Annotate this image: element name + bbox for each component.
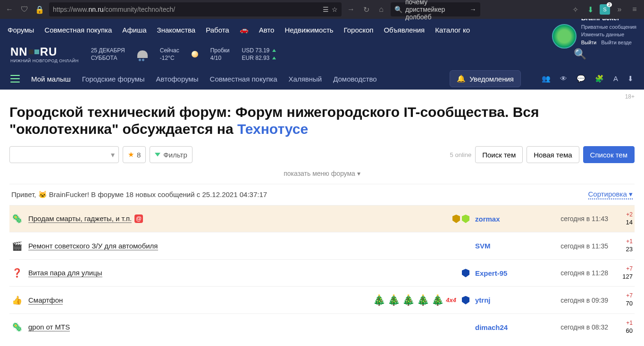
thread-time: сегодня в 11:28 — [547, 269, 608, 277]
edit-link[interactable]: Изменить данные — [581, 31, 636, 39]
thread-user[interactable]: SVM — [475, 242, 541, 250]
thread-user[interactable]: dimach24 — [475, 323, 541, 331]
nav-joint-purchase[interactable]: Совместная покупка — [210, 75, 277, 83]
greeting-text: Привет, 🐱 BrainFucker! В форуме 18 новых… — [11, 190, 267, 199]
weather-icon — [137, 50, 148, 58]
back-icon[interactable]: ← — [4, 4, 15, 15]
nav-free[interactable]: Халявный — [289, 75, 322, 83]
now-label: Сейчас — [160, 47, 179, 54]
forward-icon[interactable]: → — [345, 4, 357, 15]
username[interactable]: BrainFucker — [581, 19, 636, 23]
logout-all-link[interactable]: Выйти везде — [601, 39, 632, 47]
bookmark-icon[interactable]: ☆ — [332, 6, 338, 13]
menu-icon[interactable]: ≡ — [629, 4, 640, 15]
thread-user[interactable]: ytrnj — [475, 296, 541, 304]
favorites-chip[interactable]: ★8 — [123, 146, 146, 163]
thread-vote: +1 — [614, 320, 633, 327]
puzzle-icon[interactable]: 🧩 — [595, 74, 604, 83]
topnav-catalog[interactable]: Каталог ко — [435, 26, 470, 34]
filter-button[interactable]: Фильтр — [150, 146, 192, 163]
online-count: 5 online — [450, 151, 472, 158]
nav-my-baby[interactable]: Мой малыш — [31, 75, 71, 83]
topic-list-button[interactable]: Список тем — [583, 146, 635, 163]
lock-icon: 🔒 — [34, 4, 45, 15]
topnav-poster[interactable]: Афиша — [122, 26, 146, 34]
sort-button[interactable]: Сортировка ▾ — [588, 190, 633, 199]
thread-time: сегодня в 11:35 — [547, 242, 608, 250]
topnav-auto[interactable]: Авто — [259, 26, 275, 34]
topnav-dating[interactable]: Знакомства — [157, 26, 196, 34]
font-icon[interactable]: A — [613, 74, 618, 83]
notifications-button[interactable]: 🔔 Уведомления — [450, 70, 521, 87]
weekday-label: СУББОТА — [91, 55, 125, 61]
overflow-icon[interactable]: » — [614, 4, 625, 15]
eye-icon[interactable]: 👁 — [560, 74, 567, 83]
eur-rate: EUR 82.93 — [242, 55, 270, 61]
thread-title[interactable]: Продам смарты, гаджеты, и т.п. — [28, 214, 132, 223]
burger-icon[interactable] — [10, 75, 20, 82]
thread-title[interactable]: Ремонт советского З/У для автомобиля — [28, 242, 158, 250]
friends-icon[interactable]: 👥 — [542, 74, 551, 83]
show-forum-menu[interactable]: показать меню форума ▾ — [9, 168, 635, 184]
browser-search[interactable]: 🔍 почему дристмейкер долбоёб → — [391, 2, 480, 16]
topnav-horoscope[interactable]: Гороскоп — [344, 26, 374, 34]
shield-icon[interactable]: 🛡 — [19, 4, 30, 15]
thread-title[interactable]: Витая пара для улицы — [28, 269, 102, 277]
search-icon: 🔍 — [394, 6, 402, 13]
thread-user[interactable]: Expert-95 — [475, 269, 541, 277]
site-logo[interactable]: NNRU — [10, 45, 79, 58]
thread-row[interactable]: 🦠Продам смарты, гаджеты, и т.п. @zormaxс… — [9, 205, 635, 232]
thread-row[interactable]: 👍Смартфон🎄🎄🎄🎄🎄4x4ytrnjсегодня в 09:39+77… — [9, 286, 635, 313]
topnav-forums[interactable]: Форумы — [8, 26, 34, 34]
star-icon: ★ — [128, 150, 134, 159]
thread-row[interactable]: 🦠gpon от MTSdimach24сегодня в 08:32+160 — [9, 313, 635, 340]
thread-row[interactable]: ❓Витая пара для улицыExpert-95сегодня в … — [9, 259, 635, 286]
usd-rate: USD 73.19 — [242, 47, 270, 54]
download-icon[interactable]: ⬇ — [585, 4, 596, 15]
url-bar[interactable]: https://www.nn.ru/community/techno/tech/… — [49, 2, 342, 16]
new-topic-button[interactable]: Новая тема — [527, 146, 579, 163]
go-icon[interactable]: → — [470, 6, 477, 13]
topnav-ads[interactable]: Объявления — [384, 26, 425, 34]
title-link[interactable]: Технотусе — [237, 121, 308, 137]
avatar[interactable] — [552, 24, 577, 49]
traffic-label: Пробки — [210, 47, 230, 54]
topnav-realty[interactable]: Недвижимость — [284, 26, 333, 34]
topnav-jobs[interactable]: Работа — [206, 26, 229, 34]
info-header: NNRU НИЖНИЙ НОВГОРОД ОНЛАЙН 25 ДЕКАБРЯ С… — [0, 41, 644, 68]
shield-icon — [462, 269, 469, 277]
thread-vote: +7 — [614, 265, 633, 273]
top-nav: Форумы Совместная покупка Афиша Знакомст… — [0, 19, 644, 41]
thread-user[interactable]: zormax — [475, 215, 541, 223]
pm-link[interactable]: Приватные сообщения — [581, 23, 636, 31]
reload-icon[interactable]: ↻ — [360, 4, 372, 15]
nav-household[interactable]: Домоводство — [333, 75, 376, 83]
temp-label: -12°C — [160, 55, 179, 61]
thread-vote: +7 — [614, 292, 633, 300]
logout-link[interactable]: Выйти — [581, 39, 597, 47]
thread-title[interactable]: Смартфон — [28, 296, 63, 305]
home-icon[interactable]: ⌂ — [376, 4, 387, 15]
category-dropdown[interactable]: ▾ — [9, 146, 119, 163]
search-topics-button[interactable]: Поиск тем — [475, 146, 523, 163]
nav-city-forums[interactable]: Городские форумы — [82, 75, 145, 83]
thread-icon: 👍 — [11, 295, 23, 305]
chat-icon[interactable]: 💬 — [577, 74, 585, 83]
tree-icon: 🎄 — [402, 294, 415, 306]
pocket-icon[interactable]: ✧ — [569, 4, 581, 15]
reader-icon[interactable]: ☰ — [323, 6, 329, 13]
thread-title[interactable]: gpon от MTS — [28, 323, 70, 331]
age-rating: 18+ — [9, 90, 635, 104]
up-icon — [272, 57, 276, 59]
filter-icon — [155, 153, 160, 157]
shield-icon — [462, 214, 469, 223]
search-icon[interactable]: 🔍 — [574, 48, 586, 60]
tree-icon: 🎄 — [373, 294, 385, 306]
extension-badge[interactable]: S2 — [600, 4, 610, 15]
nav-auto-forums[interactable]: Автофорумы — [156, 75, 199, 83]
topnav-joint-purchase[interactable]: Совместная покупка — [44, 26, 112, 34]
sun-icon — [192, 51, 198, 58]
thread-row[interactable]: 🎬Ремонт советского З/У для автомобиляSVM… — [9, 232, 635, 259]
download-tray-icon[interactable]: ⬇ — [627, 74, 634, 83]
thread-count: 23 — [614, 246, 633, 254]
